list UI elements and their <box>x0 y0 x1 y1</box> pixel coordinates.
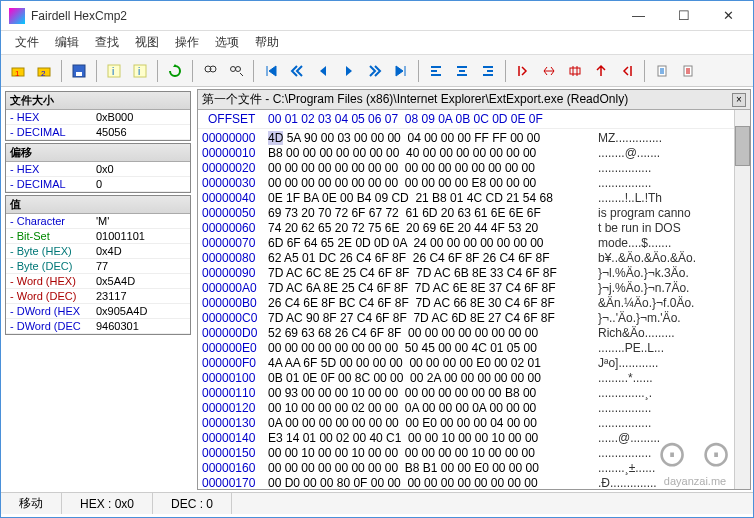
ascii-cell[interactable]: ......@......... <box>598 431 746 446</box>
ascii-cell[interactable]: }¬j.%Äo.}¬n.7Äo. <box>598 281 746 296</box>
ascii-cell[interactable]: .........*...... <box>598 371 746 386</box>
bytes-cell[interactable]: 0B 01 0E 0F 00 8C 00 00 00 2A 00 00 00 0… <box>268 371 598 386</box>
hex-row[interactable]: 000000C07D AC 90 8F 27 C4 6F 8F 7D AC 6D… <box>202 311 746 326</box>
hex-row[interactable]: 00000140E3 14 01 00 02 00 40 C1 00 00 10… <box>202 431 746 446</box>
hex-row[interactable]: 00000010B8 00 00 00 00 00 00 00 40 00 00… <box>202 146 746 161</box>
menu-view[interactable]: 视图 <box>127 31 167 54</box>
nav-prev-icon[interactable] <box>312 60 334 82</box>
bytes-cell[interactable]: 00 93 00 00 00 10 00 00 00 00 00 00 00 0… <box>268 386 598 401</box>
menu-find[interactable]: 查找 <box>87 31 127 54</box>
hex-row[interactable]: 0000005069 73 20 70 72 6F 67 72 61 6D 20… <box>202 206 746 221</box>
find-icon[interactable] <box>199 60 221 82</box>
align-center-icon[interactable] <box>451 60 473 82</box>
bytes-cell[interactable]: 7D AC 6C 8E 25 C4 6F 8F 7D AC 6B 8E 33 C… <box>268 266 598 281</box>
bytes-cell[interactable]: 62 A5 01 DC 26 C4 6F 8F 26 C4 6F 8F 26 C… <box>268 251 598 266</box>
hex-row[interactable]: 000000D052 69 63 68 26 C4 6F 8F 00 00 00… <box>202 326 746 341</box>
ascii-cell[interactable]: &Än.¼Äo.}¬f.0Äo. <box>598 296 746 311</box>
menu-options[interactable]: 选项 <box>207 31 247 54</box>
ascii-cell[interactable]: mode....$....... <box>598 236 746 251</box>
mark-all-icon[interactable] <box>564 60 586 82</box>
hex-row[interactable]: 0000017000 D0 00 00 80 0F 00 00 00 00 00… <box>202 476 746 489</box>
hex-row[interactable]: 000000B026 C4 6E 8F BC C4 6F 8F 7D AC 66… <box>202 296 746 311</box>
menu-help[interactable]: 帮助 <box>247 31 287 54</box>
bytes-cell[interactable]: 00 00 00 00 00 00 00 00 00 00 00 00 E8 0… <box>268 176 598 191</box>
bytes-cell[interactable]: 0A 00 00 00 00 00 00 00 00 E0 00 00 00 0… <box>268 416 598 431</box>
close-file-button[interactable]: × <box>732 93 746 107</box>
bytes-cell[interactable]: 7D AC 6A 8E 25 C4 6F 8F 7D AC 6E 8E 37 C… <box>268 281 598 296</box>
nav-last-icon[interactable] <box>390 60 412 82</box>
ascii-cell[interactable]: ........PE..L... <box>598 341 746 356</box>
hex-row[interactable]: 0000011000 93 00 00 00 10 00 00 00 00 00… <box>202 386 746 401</box>
nav-prev-fast-icon[interactable] <box>286 60 308 82</box>
bytes-cell[interactable]: E3 14 01 00 02 00 40 C1 00 00 10 00 00 1… <box>268 431 598 446</box>
minimize-button[interactable]: — <box>616 2 661 30</box>
find-next-icon[interactable] <box>225 60 247 82</box>
hex-row[interactable]: 000000004D 5A 90 00 03 00 00 00 04 00 00… <box>202 131 746 146</box>
bytes-cell[interactable]: 00 D0 00 00 80 0F 00 00 00 00 00 00 00 0… <box>268 476 598 489</box>
bytes-cell[interactable]: 00 00 00 00 00 00 00 00 B8 B1 00 00 E0 0… <box>268 461 598 476</box>
open1-icon[interactable]: 1 <box>7 60 29 82</box>
bytes-cell[interactable]: 52 69 63 68 26 C4 6F 8F 00 00 00 00 00 0… <box>268 326 598 341</box>
hex-row[interactable]: 0000015000 00 10 00 00 10 00 00 00 00 00… <box>202 446 746 461</box>
refresh-icon[interactable] <box>164 60 186 82</box>
ascii-cell[interactable]: .Ð.............. <box>598 476 746 489</box>
align-left-icon[interactable] <box>425 60 447 82</box>
bytes-cell[interactable]: 7D AC 90 8F 27 C4 6F 8F 7D AC 6D 8E 27 C… <box>268 311 598 326</box>
nav-next-icon[interactable] <box>338 60 360 82</box>
hex-row[interactable]: 000000A07D AC 6A 8E 25 C4 6F 8F 7D AC 6E… <box>202 281 746 296</box>
hex-row[interactable]: 0000008062 A5 01 DC 26 C4 6F 8F 26 C4 6F… <box>202 251 746 266</box>
ascii-cell[interactable]: }¬..'Äo.}¬m.'Äo. <box>598 311 746 326</box>
hex-row[interactable]: 000000706D 6F 64 65 2E 0D 0D 0A 24 00 00… <box>202 236 746 251</box>
scrollbar-thumb[interactable] <box>735 126 750 166</box>
hex-row[interactable]: 0000012000 10 00 00 00 02 00 00 0A 00 00… <box>202 401 746 416</box>
hex-row[interactable]: 0000006074 20 62 65 20 72 75 6E 20 69 6E… <box>202 221 746 236</box>
hex-row[interactable]: 000000F04A AA 6F 5D 00 00 00 00 00 00 00… <box>202 356 746 371</box>
align-right-icon[interactable] <box>477 60 499 82</box>
bytes-cell[interactable]: 00 10 00 00 00 02 00 00 0A 00 00 00 0A 0… <box>268 401 598 416</box>
ascii-cell[interactable]: ................ <box>598 446 746 461</box>
hex-row[interactable]: 0000003000 00 00 00 00 00 00 00 00 00 00… <box>202 176 746 191</box>
maximize-button[interactable]: ☐ <box>661 2 706 30</box>
mark-up-icon[interactable] <box>590 60 612 82</box>
hex-row[interactable]: 0000002000 00 00 00 00 00 00 00 00 00 00… <box>202 161 746 176</box>
ascii-cell[interactable]: ................ <box>598 416 746 431</box>
titlebar[interactable]: Fairdell HexCmp2 — ☐ ✕ <box>1 1 753 31</box>
mark-expand-icon[interactable] <box>538 60 560 82</box>
hex-row[interactable]: 000001000B 01 0E 0F 00 8C 00 00 00 2A 00… <box>202 371 746 386</box>
mark-start-icon[interactable] <box>512 60 534 82</box>
bytes-cell[interactable]: 00 00 00 00 00 00 00 00 00 00 00 00 00 0… <box>268 161 598 176</box>
hex-row[interactable]: 000000907D AC 6C 8E 25 C4 6F 8F 7D AC 6B… <box>202 266 746 281</box>
ascii-cell[interactable]: ........@....... <box>598 146 746 161</box>
ascii-cell[interactable]: ..............¸. <box>598 386 746 401</box>
menu-edit[interactable]: 编辑 <box>47 31 87 54</box>
ascii-cell[interactable]: Rich&Äo......... <box>598 326 746 341</box>
ascii-cell[interactable]: t be run in DOS <box>598 221 746 236</box>
vertical-scrollbar[interactable] <box>734 110 750 489</box>
hex-row[interactable]: 0000016000 00 00 00 00 00 00 00 B8 B1 00… <box>202 461 746 476</box>
bytes-cell[interactable]: 4D 5A 90 00 03 00 00 00 04 00 00 00 FF F… <box>268 131 598 146</box>
report-icon[interactable] <box>651 60 673 82</box>
mark-end-icon[interactable] <box>616 60 638 82</box>
info1-icon[interactable]: i <box>103 60 125 82</box>
bytes-cell[interactable]: 6D 6F 64 65 2E 0D 0D 0A 24 00 00 00 00 0… <box>268 236 598 251</box>
menu-file[interactable]: 文件 <box>7 31 47 54</box>
close-button[interactable]: ✕ <box>706 2 751 30</box>
info2-icon[interactable]: i <box>129 60 151 82</box>
bytes-cell[interactable]: 00 00 10 00 00 10 00 00 00 00 00 00 10 0… <box>268 446 598 461</box>
bytes-cell[interactable]: 26 C4 6E 8F BC C4 6F 8F 7D AC 66 8E 30 C… <box>268 296 598 311</box>
bytes-cell[interactable]: 74 20 62 65 20 72 75 6E 20 69 6E 20 44 4… <box>268 221 598 236</box>
hex-row[interactable]: 000000400E 1F BA 0E 00 B4 09 CD 21 B8 01… <box>202 191 746 206</box>
ascii-cell[interactable]: }¬l.%Äo.}¬k.3Äo. <box>598 266 746 281</box>
ascii-cell[interactable]: ................ <box>598 161 746 176</box>
ascii-cell[interactable]: ................ <box>598 176 746 191</box>
ascii-cell[interactable]: b¥..&Äo.&Äo.&Äo. <box>598 251 746 266</box>
ascii-cell[interactable]: ........!..L.!Th <box>598 191 746 206</box>
hex-row[interactable]: 000000E000 00 00 00 00 00 00 00 50 45 00… <box>202 341 746 356</box>
ascii-cell[interactable]: MZ.............. <box>598 131 746 146</box>
ascii-cell[interactable]: ................ <box>598 401 746 416</box>
report-red-icon[interactable] <box>677 60 699 82</box>
hex-row[interactable]: 000001300A 00 00 00 00 00 00 00 00 E0 00… <box>202 416 746 431</box>
nav-first-icon[interactable] <box>260 60 282 82</box>
menu-action[interactable]: 操作 <box>167 31 207 54</box>
ascii-cell[interactable]: is program canno <box>598 206 746 221</box>
